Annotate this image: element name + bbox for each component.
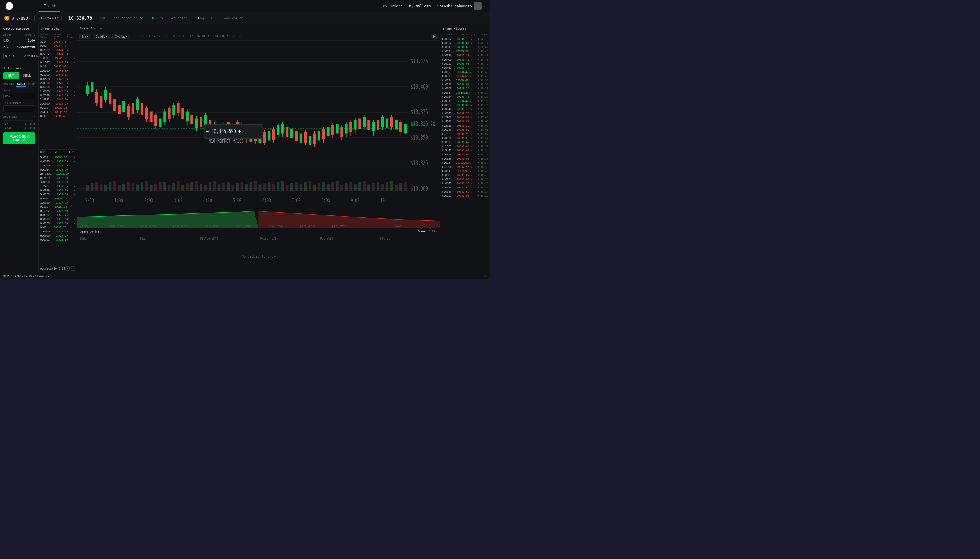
- svg-rect-181: [318, 131, 320, 141]
- limit-order-tab[interactable]: LIMIT: [16, 81, 27, 87]
- nav-tab-trade[interactable]: Trade: [38, 0, 60, 12]
- market-order-tab[interactable]: MARKET: [3, 81, 15, 87]
- order-book-ask-row: 0.104710343.75-: [38, 60, 77, 64]
- open-orders-tab-fills[interactable]: Fills: [428, 230, 438, 234]
- svg-rect-99: [132, 103, 134, 114]
- svg-rect-51: [286, 185, 289, 191]
- trade-history-row: 0.00110338.42 ↗9:49:26: [441, 91, 490, 94]
- order-book-ask-row: 1.437110340.00-: [38, 98, 77, 101]
- trade-history-row: 0.00110332.95 ↘9:48:48: [441, 169, 490, 173]
- deposit-button[interactable]: ⊕ DEPOSIT: [3, 53, 21, 59]
- trade-history-row: 0.007610335.00 ↘9:49:02: [441, 136, 490, 140]
- trade-history-row: 0.005410338.46 ↗9:49:20: [441, 94, 490, 99]
- svg-text:$10,430: $10,430: [268, 225, 283, 228]
- amount-max-link[interactable]: Max: [3, 94, 12, 99]
- order-book-ask-row: 0.0110344.40-: [38, 44, 77, 48]
- svg-rect-33: [204, 185, 207, 191]
- order-book-ask-row: 0.759910340.35-: [38, 93, 77, 98]
- last-price-label: Last trade price: [111, 16, 143, 20]
- order-book-bid-row: 6.000010325.25-: [38, 233, 77, 238]
- svg-rect-42: [245, 184, 248, 191]
- ob-col-my-size: My Size: [66, 33, 75, 39]
- sell-tab[interactable]: SELL: [19, 72, 35, 79]
- last-price: 10,336.78: [68, 15, 92, 21]
- buy-tab[interactable]: BUY: [3, 72, 19, 79]
- timeframe-selector[interactable]: 5m ▾: [79, 33, 91, 39]
- place-buy-order-button[interactable]: PLACE BUY ORDER: [3, 132, 35, 144]
- advanced-toggle[interactable]: Advanced ▾: [3, 114, 35, 119]
- aggregation-decrease-button[interactable]: −: [65, 266, 70, 271]
- trade-history-row: 0.00710338.42 ↗9:49:35: [441, 78, 490, 82]
- svg-rect-89: [109, 93, 111, 104]
- open-orders-tab-open[interactable]: Open: [418, 230, 425, 234]
- order-book-bid-row: 0.002310326.40-: [38, 217, 77, 221]
- svg-text:9:00: 9:00: [351, 197, 360, 204]
- svg-rect-183: [322, 129, 325, 139]
- trade-history-row: 0.109410332.96 ↘9:48:53: [441, 165, 490, 169]
- settings-icon[interactable]: ⚙: [484, 274, 487, 278]
- trade-history-row: 0.023410331.00 ↘9:48:28: [441, 177, 490, 181]
- trade-history-row: 0.004610338.98 ↘9:49:06: [441, 127, 490, 132]
- order-book-bid-row: 1.000010325.45-: [38, 230, 77, 233]
- trade-history-row: 0.00710335.29 ↗9:49:48: [441, 49, 490, 53]
- svg-rect-209: [381, 117, 384, 127]
- nav-my-wallets[interactable]: My Wallets: [409, 4, 431, 8]
- trade-history-row: 0.400010336.80 ↘9:49:06: [441, 119, 490, 124]
- app-logo[interactable]: C: [5, 2, 13, 10]
- bottom-bar: All Systems Operational ⚙: [0, 272, 490, 280]
- fee-label: Fee =: [3, 122, 12, 126]
- plus-icon: ⊕: [5, 55, 7, 58]
- order-book-title: Order Book: [38, 24, 77, 33]
- svg-rect-55: [304, 182, 307, 191]
- chart-type-selector[interactable]: Candle ▾: [93, 33, 110, 39]
- volume-label: 24h volume: [224, 16, 244, 20]
- svg-text:$10,480: $10,480: [300, 225, 315, 228]
- total-value: 0.00 USD: [22, 127, 35, 129]
- trade-history-row: 0.004710338.05 ↗9:50:02: [441, 45, 490, 49]
- svg-rect-19: [141, 182, 143, 191]
- overlay-selector[interactable]: Overlay ▾: [112, 33, 130, 39]
- svg-text:$10,530: $10,530: [331, 225, 347, 228]
- order-book-bid-row: 1.000010327.95-: [38, 200, 77, 205]
- volume-unit: BTC: [211, 16, 217, 20]
- wallet-amount-usd: 0.00: [28, 39, 35, 42]
- order-book-bid-row: 3.026810329.00-: [38, 192, 77, 197]
- svg-text:-300: -300: [79, 225, 88, 228]
- trade-history-row: 0.166710333.60 ↘9:48:57: [441, 144, 490, 148]
- aggregation-increase-button[interactable]: +: [71, 266, 75, 271]
- chevron-down-icon: ▾: [106, 35, 108, 38]
- stop-order-tab[interactable]: STOP: [27, 81, 36, 87]
- chart-toolbar: 5m ▾ Candle ▾ Overlay ▾ O: 10,338.05 H: …: [77, 33, 440, 41]
- price-charts-panel: Price Charts 5m ▾ Candle ▾ Overlay ▾ O: …: [77, 24, 441, 272]
- svg-text:4:00: 4:00: [203, 197, 212, 204]
- svg-rect-91: [113, 99, 116, 111]
- svg-rect-38: [227, 182, 230, 191]
- trade-history-row: 0.00510338.42 ↗9:49:48: [441, 70, 490, 74]
- svg-rect-9: [95, 182, 98, 191]
- svg-rect-11: [104, 185, 107, 191]
- svg-rect-157: [263, 132, 266, 143]
- oo-col-price: Price (USD): [260, 237, 317, 240]
- divider: [3, 121, 35, 121]
- market-pair-name: BTC-USD: [12, 16, 28, 20]
- user-menu[interactable]: Satoshi Nakamoto ▾: [438, 2, 486, 10]
- oo-col-fee: Fee (USD): [320, 237, 377, 240]
- chart-expand-button[interactable]: ▶: [431, 33, 438, 39]
- market-pair: ₿ BTC-USD: [4, 16, 28, 21]
- btc-icon: ₿: [4, 16, 9, 21]
- fee-value: 0.00 USD: [22, 122, 35, 126]
- order-book-ask-row: 2.000010341.95-: [38, 81, 77, 85]
- nav-right: My Orders My Wallets Satoshi Nakamoto ▾: [383, 2, 490, 10]
- order-book-bid-row: 4.004510335.05-: [38, 159, 77, 164]
- buy-sell-tabs: BUY SELL: [3, 72, 35, 79]
- open-orders-empty-message: No orders to show: [77, 241, 440, 272]
- chevron-down-icon: ▾: [87, 35, 88, 38]
- select-market-button[interactable]: Select Market ▾: [35, 15, 62, 21]
- nav-my-orders[interactable]: My Orders: [383, 4, 403, 8]
- trade-history-row: 0.004610332.95 ↘9:48:24: [441, 190, 490, 194]
- order-book-bid-row: 0.10010327.25-: [38, 205, 77, 209]
- limit-price-field: Limit Price USD: [3, 101, 35, 112]
- order-book: Order Book Market Size Price (USD) My Si…: [38, 24, 77, 272]
- candlestick-chart-area: $10,425 $10,400 $10,375 $10,336.78 $10,3…: [77, 41, 440, 206]
- oo-col-size: Size: [140, 237, 197, 240]
